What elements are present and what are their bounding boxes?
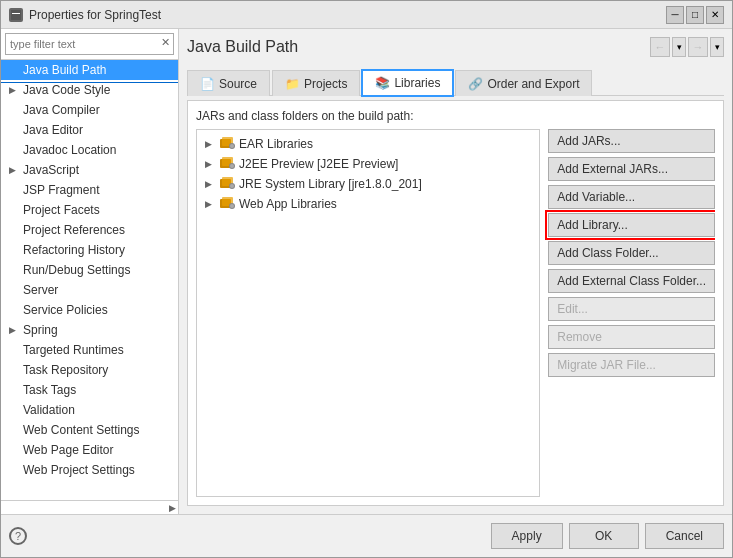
add-class-folder-button[interactable]: Add Class Folder... <box>548 241 715 265</box>
filter-input[interactable] <box>5 33 174 55</box>
window-title: Properties for SpringTest <box>29 8 161 22</box>
sidebar-item-label: Java Compiler <box>23 103 100 117</box>
tab-label-source: Source <box>219 77 257 91</box>
add-external-class-folder-button[interactable]: Add External Class Folder... <box>548 269 715 293</box>
sidebar-item-label: JSP Fragment <box>23 183 99 197</box>
migrate-jar-button: Migrate JAR File... <box>548 353 715 377</box>
sidebar-item-label: Project References <box>23 223 125 237</box>
add-jars-button[interactable]: Add JARs... <box>548 129 715 153</box>
right-panel: Java Build Path ← ▾ → ▾ 📄Source📁Projects… <box>179 29 732 514</box>
tab-label-projects: Projects <box>304 77 347 91</box>
sidebar-item-web-project-settings[interactable]: Web Project Settings <box>1 460 178 480</box>
sidebar-item-run-debug-settings[interactable]: Run/Debug Settings <box>1 260 178 280</box>
tree-item-web-app-libraries[interactable]: ▶Web App Libraries <box>201 194 535 214</box>
title-bar-left: Properties for SpringTest <box>9 8 161 22</box>
svg-rect-1 <box>12 13 20 14</box>
nav-forward-dropdown[interactable]: ▾ <box>710 37 724 57</box>
sidebar-item-java-editor[interactable]: Java Editor <box>1 120 178 140</box>
sidebar-item-label: Project Facets <box>23 203 100 217</box>
sidebar: ✕ Java Build Path▶Java Code StyleJava Co… <box>1 29 179 514</box>
order-export-tab-icon: 🔗 <box>468 77 483 91</box>
content-body: ▶EAR Libraries▶J2EE Preview [J2EE Previe… <box>196 129 715 497</box>
scroll-right-indicator: ▶ <box>167 503 178 513</box>
tree-item-ear-libraries[interactable]: ▶EAR Libraries <box>201 134 535 154</box>
navigation-buttons: ← ▾ → ▾ <box>650 37 724 57</box>
svg-point-17 <box>230 204 234 208</box>
sidebar-item-label: Spring <box>23 323 58 337</box>
chevron-icon: ▶ <box>9 325 19 335</box>
add-variable-button[interactable]: Add Variable... <box>548 185 715 209</box>
buttons-panel: Add JARs...Add External JARs...Add Varia… <box>548 129 715 497</box>
sidebar-item-label: Refactoring History <box>23 243 125 257</box>
sidebar-item-jsp-fragment[interactable]: JSP Fragment <box>1 180 178 200</box>
sidebar-item-task-tags[interactable]: Task Tags <box>1 380 178 400</box>
nav-back-dropdown[interactable]: ▾ <box>672 37 686 57</box>
remove-button: Remove <box>548 325 715 349</box>
sidebar-item-spring[interactable]: ▶Spring <box>1 320 178 340</box>
tree-item-label: EAR Libraries <box>239 137 313 151</box>
library-icon <box>219 136 235 152</box>
chevron-icon: ▶ <box>9 165 19 175</box>
apply-button[interactable]: Apply <box>491 523 563 549</box>
sidebar-item-web-page-editor[interactable]: Web Page Editor <box>1 440 178 460</box>
svg-point-13 <box>230 184 234 188</box>
sidebar-scroll[interactable]: ▶ <box>1 500 178 514</box>
tree-item-label: JRE System Library [jre1.8.0_201] <box>239 177 422 191</box>
sidebar-item-label: Javadoc Location <box>23 143 116 157</box>
sidebar-item-label: Run/Debug Settings <box>23 263 130 277</box>
sidebar-item-java-build-path[interactable]: Java Build Path <box>1 60 178 80</box>
tree-item-jre-system[interactable]: ▶JRE System Library [jre1.8.0_201] <box>201 174 535 194</box>
properties-window: Properties for SpringTest ─ □ ✕ ✕ Java B… <box>0 0 733 558</box>
sidebar-item-java-compiler[interactable]: Java Compiler <box>1 100 178 120</box>
tab-source[interactable]: 📄Source <box>187 70 270 96</box>
sidebar-item-task-repository[interactable]: Task Repository <box>1 360 178 380</box>
cancel-button[interactable]: Cancel <box>645 523 724 549</box>
expand-arrow-icon: ▶ <box>205 179 215 189</box>
sidebar-item-web-content-settings[interactable]: Web Content Settings <box>1 420 178 440</box>
tree-item-j2ee-preview[interactable]: ▶J2EE Preview [J2EE Preview] <box>201 154 535 174</box>
filter-box: ✕ <box>1 29 178 60</box>
tab-order-export[interactable]: 🔗Order and Export <box>455 70 592 96</box>
sidebar-item-label: Web Content Settings <box>23 423 140 437</box>
maximize-button[interactable]: □ <box>686 6 704 24</box>
filter-clear-icon[interactable]: ✕ <box>161 36 170 49</box>
sidebar-item-label: Task Repository <box>23 363 108 377</box>
svg-point-9 <box>230 164 234 168</box>
expand-arrow-icon: ▶ <box>205 139 215 149</box>
sidebar-item-project-references[interactable]: Project References <box>1 220 178 240</box>
libraries-tab-icon: 📚 <box>375 76 390 90</box>
minimize-button[interactable]: ─ <box>666 6 684 24</box>
sidebar-item-refactoring-history[interactable]: Refactoring History <box>1 240 178 260</box>
sidebar-item-label: Targeted Runtimes <box>23 343 124 357</box>
help-button[interactable]: ? <box>9 527 27 545</box>
source-tab-icon: 📄 <box>200 77 215 91</box>
sidebar-item-project-facets[interactable]: Project Facets <box>1 200 178 220</box>
add-library-button[interactable]: Add Library... <box>548 213 715 237</box>
sidebar-item-label: Java Build Path <box>23 63 106 77</box>
sidebar-item-label: Java Code Style <box>23 83 110 97</box>
ok-button[interactable]: OK <box>569 523 639 549</box>
add-external-jars-button[interactable]: Add External JARs... <box>548 157 715 181</box>
sidebar-item-server[interactable]: Server <box>1 280 178 300</box>
sidebar-list: Java Build Path▶Java Code StyleJava Comp… <box>1 60 178 500</box>
tab-label-order-export: Order and Export <box>487 77 579 91</box>
svg-point-5 <box>230 144 234 148</box>
sidebar-item-java-code-style[interactable]: ▶Java Code Style <box>1 80 178 100</box>
window-controls: ─ □ ✕ <box>666 6 724 24</box>
tab-libraries[interactable]: 📚Libraries <box>362 70 453 96</box>
sidebar-item-label: Validation <box>23 403 75 417</box>
tab-projects[interactable]: 📁Projects <box>272 70 360 96</box>
sidebar-item-javadoc-location[interactable]: Javadoc Location <box>1 140 178 160</box>
chevron-icon: ▶ <box>9 85 19 95</box>
nav-forward-button[interactable]: → <box>688 37 708 57</box>
sidebar-item-service-policies[interactable]: Service Policies <box>1 300 178 320</box>
content-description: JARs and class folders on the build path… <box>196 109 715 123</box>
close-button[interactable]: ✕ <box>706 6 724 24</box>
sidebar-item-label: Task Tags <box>23 383 76 397</box>
sidebar-item-validation[interactable]: Validation <box>1 400 178 420</box>
tree-panel: ▶EAR Libraries▶J2EE Preview [J2EE Previe… <box>196 129 540 497</box>
sidebar-item-javascript[interactable]: ▶JavaScript <box>1 160 178 180</box>
sidebar-item-targeted-runtimes[interactable]: Targeted Runtimes <box>1 340 178 360</box>
nav-back-button[interactable]: ← <box>650 37 670 57</box>
panel-title: Java Build Path <box>187 38 298 56</box>
